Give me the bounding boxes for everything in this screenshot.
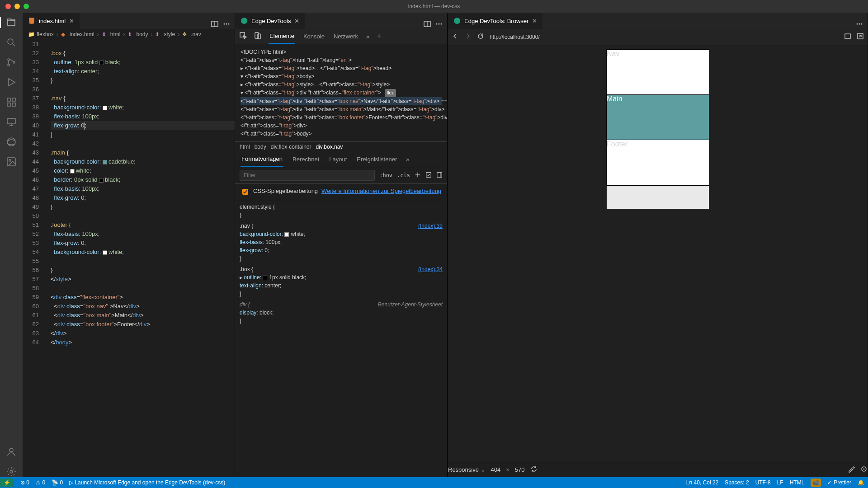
devtools-toolbar: Elemente Konsole Netzwerk » + [235,29,447,44]
back-icon[interactable] [452,33,459,41]
hov-toggle[interactable]: :hov [379,172,392,178]
extensions-icon[interactable] [0,97,22,108]
url-bar[interactable]: http://localhost:3000/ [490,34,839,40]
screencast-status-icon[interactable]: 📹 [811,479,821,487]
go-icon[interactable] [857,33,864,41]
indentation[interactable]: Spaces: 2 [725,479,749,486]
svg-point-13 [10,470,13,473]
close-icon[interactable]: ✕ [69,18,74,24]
mirror-info-link[interactable]: Weitere Informationen zur Spiegelbearbei… [321,188,441,194]
mac-titlebar: index.html — dev-css [0,0,868,13]
device-emulation-icon[interactable] [254,32,261,41]
tab-berechnet[interactable]: Berechnet [292,152,320,166]
tab-layout[interactable]: Layout [328,152,348,166]
code-editor[interactable]: 3132333435363738394041424344454647484950… [23,40,235,477]
cursor-position[interactable]: Ln 40, Col 22 [686,479,718,486]
dom-tree[interactable]: <!DOCTYPE html><"t-attr">class="t-tag">h… [235,44,447,141]
svg-point-28 [454,18,460,24]
rotate-icon[interactable] [530,465,538,474]
screencast-icon[interactable] [844,33,851,41]
viewport-height[interactable]: 570 [515,466,525,473]
edge-tools-icon[interactable] [0,136,22,147]
split-editor-icon[interactable] [424,20,431,29]
close-icon[interactable]: ✕ [532,18,537,24]
html-file-icon: ◆ [61,31,67,38]
reload-icon[interactable] [477,33,484,41]
accounts-icon[interactable] [0,446,22,457]
cls-toggle[interactable]: .cls [397,172,410,178]
css-rules[interactable]: element.style {}.nav {(Index):39 backgro… [235,200,447,477]
new-style-rule-icon[interactable] [415,172,421,179]
encoding[interactable]: UTF-8 [755,479,771,486]
window-title: index.html — dev-css [0,3,868,9]
symbol-icon: ⬍ [155,31,161,38]
tab-formatvorlagen[interactable]: Formatvorlagen [241,152,283,167]
toggle-common-icon[interactable] [425,172,432,179]
html-file-icon [28,17,35,24]
symbol-icon: ❖ [182,31,189,38]
inspect-element-icon[interactable] [240,32,247,41]
breadcrumbs[interactable]: 📁flexbox› ◆index.html› ⬍html› ⬍body› ⬍st… [23,29,235,40]
ports[interactable]: 📡 0 [52,479,63,486]
language-mode[interactable]: HTML [790,479,805,486]
image-generation-icon[interactable] [0,156,22,167]
more-actions-icon[interactable] [435,20,443,29]
device-mode-select[interactable]: Responsive ⌄ [448,466,486,473]
more-actions-icon[interactable] [856,20,863,29]
source-control-icon[interactable] [0,57,22,68]
tab-ereignislistener[interactable]: Ereignislistener [356,152,398,166]
svg-rect-6 [7,103,10,106]
add-tab-icon[interactable]: + [377,32,382,41]
svg-point-11 [9,160,11,161]
prettier-status[interactable]: ✓ Prettier [827,479,851,486]
svg-point-1 [8,59,9,61]
svg-point-31 [861,23,863,25]
notifications-icon[interactable]: 🔔 [858,479,864,486]
launch-edge-button[interactable]: ▷ Launch Microsoft Edge and open the Edg… [69,479,225,486]
inspect-icon[interactable] [860,465,868,474]
dom-breadcrumb[interactable]: html body div.flex-container div.box.nav [235,141,447,152]
more-actions-icon[interactable] [223,20,230,29]
eol[interactable]: LF [777,479,783,486]
explorer-icon[interactable] [0,17,22,28]
more-tabs-icon[interactable]: » [406,156,409,163]
computed-sidebar-icon[interactable] [436,172,443,179]
svg-point-18 [241,18,247,24]
symbol-icon: ⬍ [102,31,108,38]
times-icon: × [506,466,509,473]
split-editor-icon[interactable] [211,20,218,29]
run-debug-icon[interactable] [0,77,22,88]
remote-explorer-icon[interactable] [0,117,22,127]
viewport-width[interactable]: 404 [491,466,501,473]
mirror-checkbox[interactable] [242,189,248,195]
eyedropper-icon[interactable] [848,465,855,474]
problems-errors[interactable]: ⊗ 0 [20,479,29,486]
tab-edge-devtools[interactable]: Edge DevTools ✕ [235,13,305,29]
tab-elemente[interactable]: Elemente [269,29,295,44]
svg-rect-7 [12,103,15,106]
problems-warnings[interactable]: ⚠ 0 [36,479,45,486]
tab-netzwerk[interactable]: Netzwerk [333,29,359,43]
search-icon[interactable] [0,37,22,48]
svg-point-12 [9,448,13,452]
status-bar: ⚡ ⊗ 0 ⚠ 0 📡 0 ▷ Launch Microsoft Edge an… [0,477,868,488]
svg-point-2 [8,64,9,66]
tab-edge-browser[interactable]: Edge DevTools: Browser ✕ [448,13,543,29]
tab-konsole[interactable]: Konsole [302,29,326,43]
forward-icon[interactable] [464,33,472,41]
settings-gear-icon[interactable] [0,466,22,477]
tab-index-html[interactable]: index.html ✕ [23,13,80,29]
svg-point-17 [228,23,230,25]
svg-rect-10 [7,158,15,166]
more-tabs-icon[interactable]: » [366,33,369,40]
styles-filter-input[interactable] [240,170,375,181]
preview-nav-box: Nav [607,50,709,95]
editor-actions [207,20,235,29]
svg-point-15 [224,23,225,25]
close-icon[interactable]: ✕ [294,18,299,24]
svg-point-29 [857,23,858,25]
emulated-page[interactable]: Nav Main Footer [607,50,709,209]
remote-indicator[interactable]: ⚡ [0,479,14,487]
devtools-editor-tab: Edge DevTools ✕ [235,13,447,29]
preview-main-box: Main [607,95,709,140]
